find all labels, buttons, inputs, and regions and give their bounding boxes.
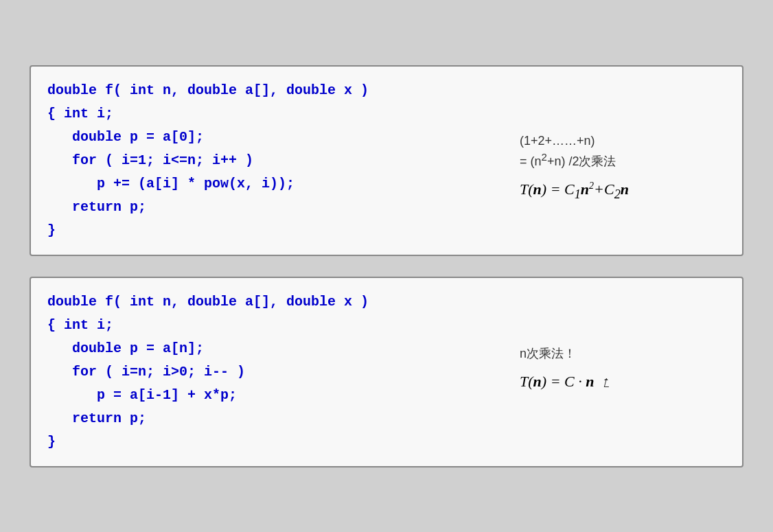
code-line-1-6: return p;: [47, 199, 146, 215]
code-line-2-4: for ( i=n; i>0; i-- ): [47, 364, 245, 380]
code-line-2-2: { int i;: [47, 317, 113, 333]
code-line-1-4: for ( i=1; i<=n; i++ ): [47, 152, 253, 168]
formula-1: T(n) = C1n2+C2n: [520, 181, 629, 202]
code-box-1: double f( int n, double a[], double x ) …: [30, 65, 743, 256]
code-content-2: double f( int n, double a[], double x ) …: [47, 290, 726, 454]
code-line-1-7: }: [47, 222, 56, 238]
cursor-icon: ⮤: [601, 377, 612, 389]
code-line-2-6: return p;: [47, 410, 146, 426]
annotation-block-1: (1+2+……+n) = (n2+n) /2次乘法 T(n) = C1n2+C2…: [520, 79, 726, 202]
code-content-1: double f( int n, double a[], double x ) …: [47, 79, 726, 242]
code-block-2: double f( int n, double a[], double x ) …: [47, 290, 369, 454]
annotation-1-line1: (1+2+……+n): [520, 134, 595, 148]
code-line-1-1: double f( int n, double a[], double x ): [47, 82, 369, 98]
annotation-block-2: n次乘法！ T(n) = C · n ⮤: [520, 290, 726, 391]
code-box-2: double f( int n, double a[], double x ) …: [30, 277, 743, 467]
annotation-2-line1: n次乘法！: [520, 345, 576, 362]
code-line-2-7: }: [47, 434, 56, 450]
annotation-1-line2: = (n2+n) /2次乘法: [520, 151, 616, 170]
formula-2: T(n) = C · n ⮤: [520, 373, 612, 391]
code-line-2-3: double p = a[n];: [47, 340, 204, 356]
code-block-1: double f( int n, double a[], double x ) …: [47, 79, 369, 242]
code-line-2-1: double f( int n, double a[], double x ): [47, 294, 369, 310]
code-line-1-2: { int i;: [47, 106, 113, 122]
code-line-1-3: double p = a[0];: [47, 129, 204, 145]
code-line-1-5: p += (a[i] * pow(x, i));: [47, 176, 295, 192]
code-line-2-5: p = a[i-1] + x*p;: [47, 387, 237, 403]
